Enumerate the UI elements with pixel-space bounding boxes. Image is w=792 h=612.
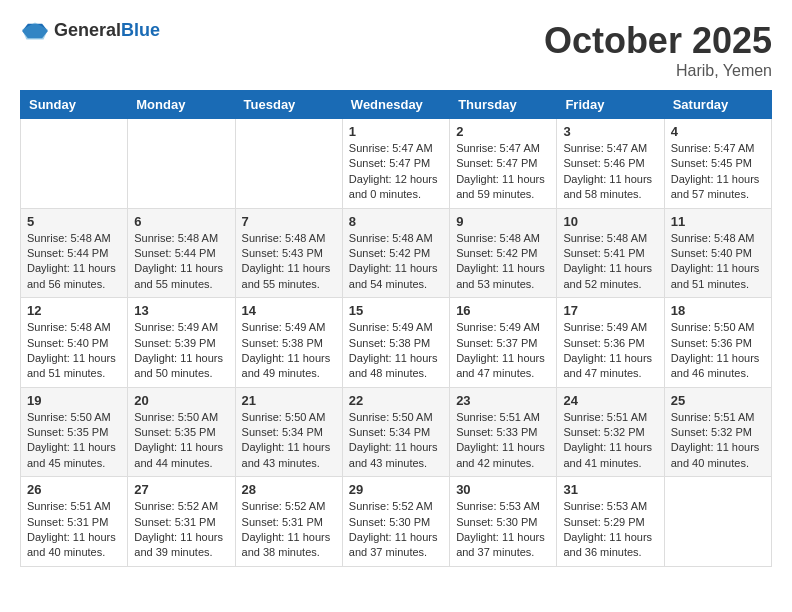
calendar-cell: 14Sunrise: 5:49 AM Sunset: 5:38 PM Dayli…	[235, 298, 342, 388]
calendar-cell	[128, 119, 235, 209]
day-info: Sunrise: 5:53 AM Sunset: 5:30 PM Dayligh…	[456, 499, 550, 561]
day-info: Sunrise: 5:47 AM Sunset: 5:46 PM Dayligh…	[563, 141, 657, 203]
calendar-cell	[664, 477, 771, 567]
calendar-cell: 29Sunrise: 5:52 AM Sunset: 5:30 PM Dayli…	[342, 477, 449, 567]
calendar-cell: 9Sunrise: 5:48 AM Sunset: 5:42 PM Daylig…	[450, 208, 557, 298]
location: Harib, Yemen	[544, 62, 772, 80]
calendar-cell: 21Sunrise: 5:50 AM Sunset: 5:34 PM Dayli…	[235, 387, 342, 477]
day-number: 3	[563, 124, 657, 139]
calendar-cell: 22Sunrise: 5:50 AM Sunset: 5:34 PM Dayli…	[342, 387, 449, 477]
day-info: Sunrise: 5:49 AM Sunset: 5:39 PM Dayligh…	[134, 320, 228, 382]
day-number: 15	[349, 303, 443, 318]
page-header: General Blue October 2025 Harib, Yemen	[20, 20, 772, 80]
calendar-cell: 8Sunrise: 5:48 AM Sunset: 5:42 PM Daylig…	[342, 208, 449, 298]
calendar-cell: 28Sunrise: 5:52 AM Sunset: 5:31 PM Dayli…	[235, 477, 342, 567]
day-number: 25	[671, 393, 765, 408]
calendar-cell: 5Sunrise: 5:48 AM Sunset: 5:44 PM Daylig…	[21, 208, 128, 298]
calendar-cell: 1Sunrise: 5:47 AM Sunset: 5:47 PM Daylig…	[342, 119, 449, 209]
day-number: 6	[134, 214, 228, 229]
day-info: Sunrise: 5:48 AM Sunset: 5:43 PM Dayligh…	[242, 231, 336, 293]
day-info: Sunrise: 5:50 AM Sunset: 5:35 PM Dayligh…	[134, 410, 228, 472]
day-info: Sunrise: 5:50 AM Sunset: 5:36 PM Dayligh…	[671, 320, 765, 382]
day-info: Sunrise: 5:49 AM Sunset: 5:36 PM Dayligh…	[563, 320, 657, 382]
calendar-cell: 15Sunrise: 5:49 AM Sunset: 5:38 PM Dayli…	[342, 298, 449, 388]
day-info: Sunrise: 5:47 AM Sunset: 5:47 PM Dayligh…	[456, 141, 550, 203]
day-number: 29	[349, 482, 443, 497]
day-info: Sunrise: 5:47 AM Sunset: 5:45 PM Dayligh…	[671, 141, 765, 203]
day-info: Sunrise: 5:49 AM Sunset: 5:37 PM Dayligh…	[456, 320, 550, 382]
day-info: Sunrise: 5:48 AM Sunset: 5:44 PM Dayligh…	[134, 231, 228, 293]
logo-general: General	[54, 20, 121, 41]
calendar-cell: 17Sunrise: 5:49 AM Sunset: 5:36 PM Dayli…	[557, 298, 664, 388]
calendar-cell: 18Sunrise: 5:50 AM Sunset: 5:36 PM Dayli…	[664, 298, 771, 388]
day-number: 20	[134, 393, 228, 408]
title-block: October 2025 Harib, Yemen	[544, 20, 772, 80]
day-number: 19	[27, 393, 121, 408]
calendar-cell: 26Sunrise: 5:51 AM Sunset: 5:31 PM Dayli…	[21, 477, 128, 567]
day-info: Sunrise: 5:53 AM Sunset: 5:29 PM Dayligh…	[563, 499, 657, 561]
calendar-table: SundayMondayTuesdayWednesdayThursdayFrid…	[20, 90, 772, 567]
day-number: 24	[563, 393, 657, 408]
month-title: October 2025	[544, 20, 772, 62]
day-number: 11	[671, 214, 765, 229]
day-info: Sunrise: 5:51 AM Sunset: 5:32 PM Dayligh…	[563, 410, 657, 472]
calendar-cell: 12Sunrise: 5:48 AM Sunset: 5:40 PM Dayli…	[21, 298, 128, 388]
day-number: 17	[563, 303, 657, 318]
calendar-cell: 30Sunrise: 5:53 AM Sunset: 5:30 PM Dayli…	[450, 477, 557, 567]
weekday-header-row: SundayMondayTuesdayWednesdayThursdayFrid…	[21, 91, 772, 119]
calendar-cell: 4Sunrise: 5:47 AM Sunset: 5:45 PM Daylig…	[664, 119, 771, 209]
calendar-week-row: 12Sunrise: 5:48 AM Sunset: 5:40 PM Dayli…	[21, 298, 772, 388]
day-info: Sunrise: 5:48 AM Sunset: 5:42 PM Dayligh…	[349, 231, 443, 293]
weekday-header-wednesday: Wednesday	[342, 91, 449, 119]
logo: General Blue	[20, 20, 160, 41]
day-info: Sunrise: 5:51 AM Sunset: 5:33 PM Dayligh…	[456, 410, 550, 472]
day-info: Sunrise: 5:50 AM Sunset: 5:34 PM Dayligh…	[349, 410, 443, 472]
day-info: Sunrise: 5:48 AM Sunset: 5:44 PM Dayligh…	[27, 231, 121, 293]
day-number: 2	[456, 124, 550, 139]
day-info: Sunrise: 5:49 AM Sunset: 5:38 PM Dayligh…	[349, 320, 443, 382]
day-info: Sunrise: 5:52 AM Sunset: 5:30 PM Dayligh…	[349, 499, 443, 561]
day-number: 21	[242, 393, 336, 408]
day-info: Sunrise: 5:48 AM Sunset: 5:42 PM Dayligh…	[456, 231, 550, 293]
calendar-cell: 31Sunrise: 5:53 AM Sunset: 5:29 PM Dayli…	[557, 477, 664, 567]
day-number: 27	[134, 482, 228, 497]
day-info: Sunrise: 5:48 AM Sunset: 5:40 PM Dayligh…	[27, 320, 121, 382]
calendar-cell	[235, 119, 342, 209]
weekday-header-thursday: Thursday	[450, 91, 557, 119]
calendar-cell: 20Sunrise: 5:50 AM Sunset: 5:35 PM Dayli…	[128, 387, 235, 477]
day-number: 31	[563, 482, 657, 497]
svg-marker-1	[22, 22, 48, 39]
calendar-cell: 24Sunrise: 5:51 AM Sunset: 5:32 PM Dayli…	[557, 387, 664, 477]
day-info: Sunrise: 5:50 AM Sunset: 5:34 PM Dayligh…	[242, 410, 336, 472]
day-info: Sunrise: 5:51 AM Sunset: 5:31 PM Dayligh…	[27, 499, 121, 561]
day-number: 26	[27, 482, 121, 497]
weekday-header-saturday: Saturday	[664, 91, 771, 119]
calendar-cell: 16Sunrise: 5:49 AM Sunset: 5:37 PM Dayli…	[450, 298, 557, 388]
calendar-week-row: 1Sunrise: 5:47 AM Sunset: 5:47 PM Daylig…	[21, 119, 772, 209]
day-number: 9	[456, 214, 550, 229]
day-info: Sunrise: 5:47 AM Sunset: 5:47 PM Dayligh…	[349, 141, 443, 203]
day-info: Sunrise: 5:52 AM Sunset: 5:31 PM Dayligh…	[242, 499, 336, 561]
calendar-week-row: 19Sunrise: 5:50 AM Sunset: 5:35 PM Dayli…	[21, 387, 772, 477]
calendar-cell: 7Sunrise: 5:48 AM Sunset: 5:43 PM Daylig…	[235, 208, 342, 298]
calendar-week-row: 26Sunrise: 5:51 AM Sunset: 5:31 PM Dayli…	[21, 477, 772, 567]
calendar-cell: 19Sunrise: 5:50 AM Sunset: 5:35 PM Dayli…	[21, 387, 128, 477]
calendar-week-row: 5Sunrise: 5:48 AM Sunset: 5:44 PM Daylig…	[21, 208, 772, 298]
calendar-cell: 6Sunrise: 5:48 AM Sunset: 5:44 PM Daylig…	[128, 208, 235, 298]
day-info: Sunrise: 5:49 AM Sunset: 5:38 PM Dayligh…	[242, 320, 336, 382]
day-number: 12	[27, 303, 121, 318]
calendar-cell: 23Sunrise: 5:51 AM Sunset: 5:33 PM Dayli…	[450, 387, 557, 477]
calendar-cell: 2Sunrise: 5:47 AM Sunset: 5:47 PM Daylig…	[450, 119, 557, 209]
day-number: 16	[456, 303, 550, 318]
day-number: 4	[671, 124, 765, 139]
weekday-header-tuesday: Tuesday	[235, 91, 342, 119]
day-info: Sunrise: 5:48 AM Sunset: 5:40 PM Dayligh…	[671, 231, 765, 293]
logo-icon	[20, 21, 50, 41]
calendar-cell: 13Sunrise: 5:49 AM Sunset: 5:39 PM Dayli…	[128, 298, 235, 388]
calendar-cell: 11Sunrise: 5:48 AM Sunset: 5:40 PM Dayli…	[664, 208, 771, 298]
day-number: 1	[349, 124, 443, 139]
calendar-cell: 10Sunrise: 5:48 AM Sunset: 5:41 PM Dayli…	[557, 208, 664, 298]
logo-blue: Blue	[121, 20, 160, 41]
weekday-header-monday: Monday	[128, 91, 235, 119]
day-number: 22	[349, 393, 443, 408]
